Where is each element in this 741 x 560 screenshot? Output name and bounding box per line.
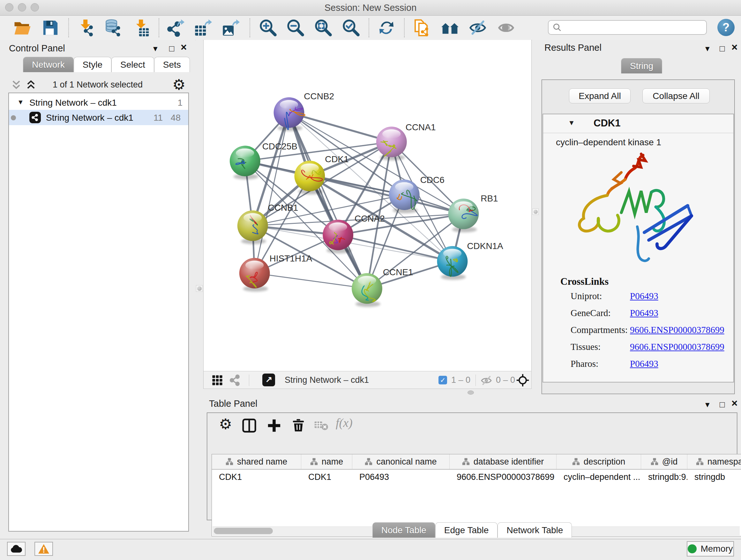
- first-neighbors-button[interactable]: [441, 19, 459, 37]
- cloud-button[interactable]: [7, 542, 25, 556]
- collapse-all-button[interactable]: Collapse All: [643, 88, 710, 104]
- warning-button[interactable]: [35, 542, 53, 556]
- tab-sets[interactable]: Sets: [154, 57, 190, 72]
- crosslink-value-link[interactable]: P06493: [630, 291, 658, 301]
- hide-selected-icon: [469, 19, 487, 37]
- results-panel-menu-icon[interactable]: ▾: [705, 44, 710, 53]
- control-panel-menu-icon[interactable]: ▾: [153, 44, 158, 53]
- column-header-canonical-name[interactable]: canonical name: [352, 454, 450, 469]
- crosshair-icon[interactable]: [516, 373, 530, 387]
- node-RB1[interactable]: [448, 199, 479, 233]
- import-table-from-file-button[interactable]: [133, 19, 151, 37]
- create-column-icon[interactable]: [267, 418, 281, 433]
- table-box: ⚙ f(x) shared namenamecanonical namedata…: [207, 413, 738, 520]
- crosslink-value-link[interactable]: 9606.ENSP00000378699: [630, 325, 724, 335]
- zoom-out-button[interactable]: [286, 19, 305, 37]
- zoom-fit-content-button[interactable]: [314, 19, 332, 37]
- edge-CCNB2-HIST1H1A[interactable]: [255, 113, 289, 273]
- search-input[interactable]: [565, 22, 706, 33]
- import-network-from-database-button[interactable]: [105, 19, 122, 37]
- export-network-button[interactable]: [167, 19, 185, 37]
- crosslink-value-link[interactable]: 9606.ENSP00000378699: [630, 341, 724, 352]
- grid-view-icon[interactable]: [212, 375, 223, 386]
- control-panel-float-icon[interactable]: □: [169, 44, 174, 53]
- zoom-in-button[interactable]: [259, 19, 277, 37]
- node-CCNA1[interactable]: [376, 126, 407, 160]
- share-network-icon[interactable]: [229, 374, 241, 386]
- network-collection-row[interactable]: ▼ String Network – cdk1 1: [9, 95, 188, 110]
- network-row-selected[interactable]: String Network – cdk1 11 48: [9, 110, 188, 125]
- save-session-button[interactable]: [42, 19, 59, 37]
- tab-style[interactable]: Style: [74, 57, 111, 72]
- table-panel-close-icon[interactable]: ×: [731, 398, 738, 408]
- column-header-name[interactable]: name: [301, 454, 352, 469]
- network-selection-status: 1 of 1 Network selected: [0, 76, 195, 94]
- apply-preferred-layout-button[interactable]: [378, 19, 395, 37]
- tab-node-table[interactable]: Node Table: [373, 522, 435, 538]
- selected-checkbox[interactable]: ✓: [439, 376, 447, 384]
- search-box[interactable]: [548, 20, 707, 35]
- gene-card-header[interactable]: ▼ CDK1: [543, 114, 733, 133]
- protein-structure-image: [561, 150, 698, 266]
- gene-collapse-icon[interactable]: ▼: [568, 119, 575, 127]
- expand-all-button[interactable]: Expand All: [569, 88, 630, 104]
- help-button[interactable]: ?: [718, 19, 735, 36]
- results-panel-float-icon[interactable]: □: [720, 44, 725, 53]
- control-panel-close-icon[interactable]: ×: [181, 43, 187, 52]
- open-session-button[interactable]: [13, 19, 31, 37]
- node-label-CDC6: CDC6: [420, 175, 445, 185]
- network-canvas[interactable]: CCNB2 CCNA1 CDC25B CDK1 CDC6: [203, 40, 532, 371]
- delete-column-trash-icon[interactable]: [291, 418, 306, 433]
- clone-network-button[interactable]: [413, 19, 431, 37]
- left-splitter-handle[interactable]: [196, 285, 203, 292]
- node-CCNB2[interactable]: [274, 98, 305, 131]
- column-header-namespace[interactable]: namespace: [687, 454, 741, 469]
- horizontal-splitter-handle[interactable]: [468, 390, 474, 395]
- table-panel-float-icon[interactable]: □: [720, 400, 725, 409]
- control-panel-title: Control Panel: [9, 43, 65, 54]
- zoom-selected-region-button[interactable]: [342, 19, 360, 37]
- collection-count: 1: [178, 98, 183, 108]
- column-header-description[interactable]: description: [556, 454, 641, 469]
- tab-select[interactable]: Select: [111, 57, 154, 72]
- network-options-gear-icon[interactable]: ⚙: [172, 76, 185, 93]
- results-panel-close-icon[interactable]: ×: [731, 43, 738, 52]
- edge-CCNB2-CCNA1[interactable]: [289, 113, 391, 142]
- import-network-from-file-button[interactable]: [77, 19, 95, 37]
- export-image-button[interactable]: [222, 19, 240, 37]
- node-CCNB1[interactable]: [238, 210, 268, 244]
- show-columns-icon[interactable]: [242, 418, 257, 433]
- table-panel-menu-icon[interactable]: ▾: [705, 400, 710, 409]
- edge-HIST1H1A-CCNE1[interactable]: [255, 273, 367, 289]
- crosslink-value-link[interactable]: P06493: [630, 308, 658, 318]
- memory-button[interactable]: Memory: [687, 541, 734, 557]
- control-panel: Control Panel ▾ □ × NetworkStyleSelectSe…: [0, 40, 195, 539]
- tab-network-table[interactable]: Network Table: [497, 522, 572, 538]
- table-panel-title: Table Panel: [209, 398, 258, 409]
- right-splitter-handle[interactable]: [532, 208, 539, 215]
- left-splitter[interactable]: [196, 40, 203, 389]
- collection-expander-icon[interactable]: ▼: [17, 98, 24, 106]
- node-CCNE1[interactable]: [352, 273, 382, 307]
- show-all-button[interactable]: [497, 19, 515, 37]
- column-header-database-identifier[interactable]: database identifier: [450, 454, 556, 469]
- node-CDC25B[interactable]: [230, 145, 260, 179]
- tab-edge-table[interactable]: Edge Table: [435, 522, 498, 538]
- tab-string[interactable]: String: [621, 58, 662, 73]
- node-CDKN1A[interactable]: [437, 246, 468, 280]
- edge-CCNA2-CDKN1A[interactable]: [338, 235, 452, 261]
- hidden-eye-icon[interactable]: [481, 375, 492, 386]
- hide-selected-button[interactable]: [469, 19, 487, 37]
- export-table-button[interactable]: [194, 19, 212, 37]
- right-splitter[interactable]: [532, 40, 539, 389]
- sort-tree-icon: [462, 458, 470, 465]
- table-row[interactable]: CDK1CDK1P064939606.ENSP00000378699cyclin…: [212, 470, 741, 484]
- crosslink-label: GeneCard:: [570, 308, 611, 318]
- tab-network[interactable]: Network: [23, 57, 74, 72]
- table-options-gear-icon[interactable]: ⚙: [219, 416, 232, 432]
- column-header-shared-name[interactable]: shared name: [212, 454, 301, 469]
- node-HIST1H1A[interactable]: [239, 258, 270, 292]
- column-header--id[interactable]: @id: [641, 454, 687, 469]
- open-in-window-icon[interactable]: ↗: [262, 374, 275, 386]
- crosslink-value-link[interactable]: P06493: [630, 359, 658, 369]
